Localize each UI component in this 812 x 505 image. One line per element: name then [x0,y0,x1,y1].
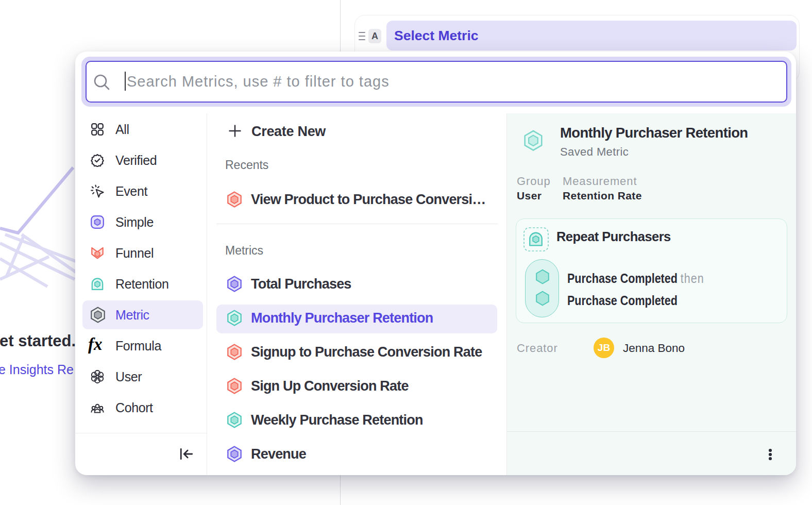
svg-text:fx: fx [88,335,103,354]
